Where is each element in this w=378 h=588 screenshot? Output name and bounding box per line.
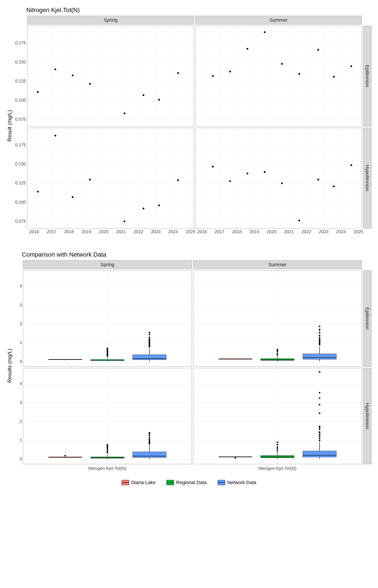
outlier-point bbox=[319, 428, 320, 430]
data-point bbox=[124, 112, 125, 114]
boxplot-box bbox=[218, 359, 252, 359]
boxplot-box bbox=[260, 359, 294, 361]
boxplot-box bbox=[48, 457, 82, 457]
outlier-point bbox=[319, 426, 320, 427]
boxplot-col-strip-spring: Spring bbox=[23, 260, 192, 269]
outlier-point bbox=[319, 440, 320, 441]
boxplot-xlabel-spring: Nitrogen Kjel.Tot(N) bbox=[23, 466, 192, 471]
data-point bbox=[54, 68, 56, 70]
legend-swatch-diana bbox=[122, 480, 129, 485]
outlier-point bbox=[107, 347, 108, 349]
outlier-point bbox=[319, 371, 320, 373]
data-point bbox=[158, 204, 160, 206]
data-point bbox=[281, 63, 283, 65]
data-point bbox=[246, 173, 248, 174]
outlier-point bbox=[149, 332, 150, 333]
boxplot-row-strip-hypo: Hypolimnion bbox=[363, 368, 371, 464]
data-point bbox=[89, 179, 91, 180]
data-point bbox=[143, 94, 144, 96]
outlier-point bbox=[277, 442, 278, 443]
scatter-title: Nitrogen Kjel.Tot(N) bbox=[26, 7, 374, 13]
outlier-point bbox=[149, 439, 150, 440]
data-point bbox=[351, 164, 352, 166]
data-point bbox=[212, 166, 214, 168]
data-point bbox=[54, 135, 56, 136]
boxplot-box bbox=[303, 451, 337, 457]
outlier-point bbox=[149, 437, 150, 438]
boxplot-panel-summer-hypo bbox=[193, 368, 362, 464]
scatter-chart-block: Nitrogen Kjel.Tot(N) Result (mg/L) Sprin… bbox=[4, 7, 374, 236]
outlier-point bbox=[277, 448, 278, 450]
outlier-point bbox=[319, 329, 320, 330]
boxplot-box bbox=[91, 457, 124, 458]
boxplot-box bbox=[133, 355, 166, 360]
boxplot-box bbox=[48, 359, 82, 360]
boxplot-col-strip-summer: Summer bbox=[193, 260, 362, 269]
data-point bbox=[264, 31, 266, 33]
outlier-point bbox=[277, 352, 278, 354]
data-point bbox=[177, 179, 179, 181]
data-point bbox=[317, 179, 319, 180]
outlier-point bbox=[319, 438, 320, 440]
outlier-point bbox=[149, 432, 150, 433]
outlier-point bbox=[65, 455, 66, 456]
outlier-point bbox=[319, 338, 320, 340]
data-point bbox=[212, 75, 214, 77]
outlier-point bbox=[149, 334, 150, 335]
legend-label-diana: Diana Lake bbox=[131, 480, 156, 485]
outlier-point bbox=[319, 413, 320, 414]
data-point bbox=[317, 49, 319, 51]
boxplot-ylabel: Results (mg/L) bbox=[7, 348, 13, 383]
boxplot-box bbox=[133, 452, 166, 458]
data-point bbox=[37, 191, 39, 192]
scatter-xaxis-summer: 2016201720182019202020212022202320242025 bbox=[195, 229, 362, 236]
data-point bbox=[72, 75, 73, 76]
outlier-point bbox=[107, 446, 108, 448]
scatter-ylabel: Result (mg/L) bbox=[7, 110, 13, 142]
data-point bbox=[333, 76, 335, 78]
outlier-point bbox=[277, 444, 278, 445]
outlier-point bbox=[319, 398, 320, 399]
outlier-point bbox=[319, 436, 320, 438]
outlier-point bbox=[319, 336, 320, 338]
scatter-xaxis-spring: 2016201720182019202020212022202320242025 bbox=[27, 229, 194, 236]
data-point bbox=[264, 171, 266, 173]
boxplot-yaxis-top: 01234 bbox=[14, 270, 22, 366]
scatter-panel-summer-epi bbox=[195, 26, 362, 126]
data-point bbox=[72, 196, 73, 198]
scatter-row-strip-epi: Epilimnion bbox=[363, 26, 371, 126]
scatter-yaxis-bottom: 0.0750.1000.1250.1500.175 bbox=[12, 127, 26, 228]
boxplot-title: Comparison with Network Data bbox=[22, 251, 374, 258]
outlier-point bbox=[319, 392, 320, 393]
data-point bbox=[229, 180, 231, 182]
boxplot-box bbox=[91, 360, 124, 361]
data-point bbox=[143, 208, 144, 209]
data-point bbox=[298, 73, 300, 75]
boxplot-row-strip-epi: Epilimnion bbox=[363, 270, 371, 367]
legend-label-network: Network Data bbox=[227, 480, 256, 485]
outlier-point bbox=[277, 446, 278, 448]
outlier-point bbox=[149, 336, 150, 338]
outlier-point bbox=[319, 335, 320, 336]
outlier-point bbox=[107, 351, 108, 352]
boxplot-panel-summer-epi bbox=[193, 270, 362, 367]
scatter-panel-spring-epi bbox=[27, 26, 194, 126]
boxplot-panel-spring-hypo bbox=[23, 368, 192, 464]
legend: Diana Lake Regional Data Network Data bbox=[4, 480, 374, 485]
outlier-point bbox=[319, 434, 320, 436]
data-point bbox=[229, 71, 231, 72]
outlier-point bbox=[149, 433, 150, 435]
boxplot-box bbox=[260, 455, 294, 458]
outlier-point bbox=[277, 354, 278, 356]
outlier-point bbox=[319, 431, 320, 433]
outlier-point bbox=[149, 440, 150, 442]
data-point bbox=[333, 186, 335, 187]
legend-swatch-network bbox=[218, 480, 225, 485]
outlier-point bbox=[149, 435, 150, 437]
legend-swatch-regional bbox=[166, 480, 174, 485]
legend-item-diana: Diana Lake bbox=[122, 480, 156, 485]
data-point bbox=[124, 220, 125, 222]
legend-item-regional: Regional Data bbox=[166, 480, 206, 485]
outlier-point bbox=[277, 450, 278, 452]
boxplot-yaxis-bottom: 01234 bbox=[14, 368, 22, 464]
